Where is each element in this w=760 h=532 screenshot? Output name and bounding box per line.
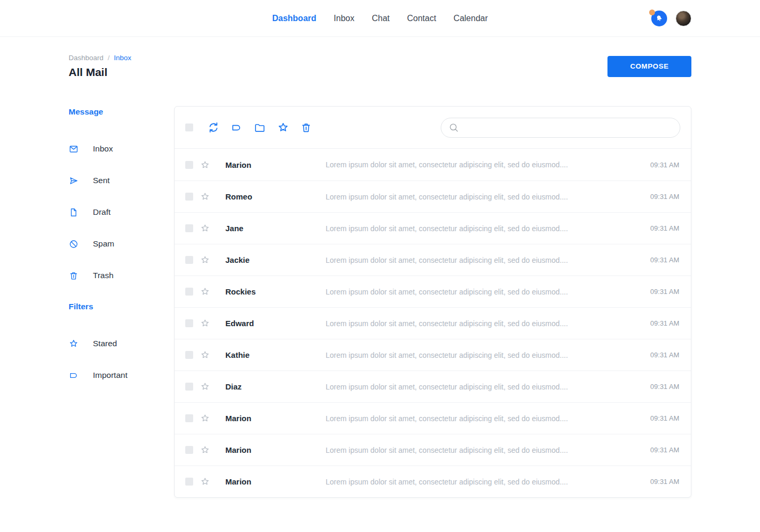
row-checkbox[interactable] xyxy=(185,224,193,232)
sender-name: Jane xyxy=(225,224,320,233)
row-checkbox[interactable] xyxy=(185,161,193,169)
breadcrumb-dashboard[interactable]: Dashboard xyxy=(69,54,103,62)
star-toggle[interactable] xyxy=(200,287,210,297)
row-checkbox[interactable] xyxy=(185,288,193,296)
envelope-icon xyxy=(69,144,79,154)
sidebar-item-label: Important xyxy=(93,370,127,380)
row-checkbox[interactable] xyxy=(185,414,193,422)
star-toggle[interactable] xyxy=(200,477,210,487)
sender-name: Rockies xyxy=(225,287,320,296)
nav-chat[interactable]: Chat xyxy=(372,0,390,37)
sender-name: Diaz xyxy=(225,382,320,391)
star-toggle[interactable] xyxy=(200,160,210,170)
sidebar-item-sent[interactable]: Sent xyxy=(69,165,174,196)
mail-row[interactable]: Diaz Lorem ipsum dolor sit amet, consect… xyxy=(175,370,691,402)
row-checkbox[interactable] xyxy=(185,383,193,391)
row-checkbox[interactable] xyxy=(185,351,193,359)
breadcrumb-separator: / xyxy=(108,54,110,62)
notifications-button[interactable] xyxy=(651,11,667,26)
mail-row[interactable]: Marion Lorem ipsum dolor sit amet, conse… xyxy=(175,434,691,466)
sidebar-item-trash[interactable]: Trash xyxy=(69,260,174,291)
notification-badge-dot xyxy=(649,10,655,15)
row-checkbox[interactable] xyxy=(185,446,193,454)
sidebar-item-inbox[interactable]: Inbox xyxy=(69,133,174,165)
refresh-button[interactable] xyxy=(207,121,220,134)
mail-row[interactable]: Romeo Lorem ipsum dolor sit amet, consec… xyxy=(175,180,691,212)
star-toggle[interactable] xyxy=(200,223,210,233)
star-outline-icon xyxy=(200,477,210,487)
label-tag-icon xyxy=(69,370,79,381)
sidebar-item-draft[interactable]: Draft xyxy=(69,196,174,228)
star-button[interactable] xyxy=(277,121,289,134)
star-outline-icon xyxy=(200,160,210,170)
sender-name: Marion xyxy=(225,477,320,486)
row-checkbox[interactable] xyxy=(185,256,193,264)
message-preview: Lorem ipsum dolor sit amet, consectetur … xyxy=(320,288,632,296)
breadcrumb-inbox[interactable]: Inbox xyxy=(114,54,131,62)
sidebar-section-message: Message xyxy=(69,107,174,118)
star-icon xyxy=(69,338,79,349)
star-toggle[interactable] xyxy=(200,318,210,328)
search-input[interactable] xyxy=(464,124,672,132)
search-box xyxy=(441,118,680,138)
select-all-checkbox[interactable] xyxy=(185,124,193,131)
sidebar-item-label: Spam xyxy=(93,239,115,249)
sidebar-item-stared[interactable]: Stared xyxy=(69,328,174,359)
star-toggle[interactable] xyxy=(200,445,210,455)
star-outline-icon xyxy=(200,255,210,265)
main-nav: Dashboard Inbox Chat Contact Calendar xyxy=(272,0,488,37)
sender-name: Kathie xyxy=(225,350,320,359)
sidebar-item-important[interactable]: Important xyxy=(69,359,174,391)
received-time: 09:31 AM xyxy=(632,319,679,327)
message-preview: Lorem ipsum dolor sit amet, consectetur … xyxy=(320,478,632,486)
star-toggle[interactable] xyxy=(200,413,210,423)
sidebar-item-spam[interactable]: Spam xyxy=(69,228,174,260)
top-header: Dashboard Inbox Chat Contact Calendar xyxy=(0,0,760,37)
row-checkbox[interactable] xyxy=(185,193,193,201)
received-time: 09:31 AM xyxy=(632,193,679,201)
row-checkbox[interactable] xyxy=(185,478,193,486)
star-toggle[interactable] xyxy=(200,255,210,265)
sidebar-item-label: Trash xyxy=(93,271,113,280)
star-toggle[interactable] xyxy=(200,382,210,392)
mail-row[interactable]: Marion Lorem ipsum dolor sit amet, conse… xyxy=(175,149,691,180)
star-toggle[interactable] xyxy=(200,192,210,202)
mail-row[interactable]: Edward Lorem ipsum dolor sit amet, conse… xyxy=(175,307,691,339)
star-toggle[interactable] xyxy=(200,350,210,360)
page-hero: Dashboard / Inbox All Mail COMPOSE xyxy=(69,54,691,79)
label-button[interactable] xyxy=(230,121,243,134)
nav-inbox[interactable]: Inbox xyxy=(334,0,354,37)
star-outline-icon xyxy=(200,287,210,297)
received-time: 09:31 AM xyxy=(632,224,679,232)
received-time: 09:31 AM xyxy=(632,288,679,296)
mail-row[interactable]: Marion Lorem ipsum dolor sit amet, conse… xyxy=(175,466,691,497)
sender-name: Romeo xyxy=(225,192,320,201)
mail-row[interactable]: Jackie Lorem ipsum dolor sit amet, conse… xyxy=(175,244,691,276)
mail-panel: Marion Lorem ipsum dolor sit amet, conse… xyxy=(174,106,691,498)
star-outline-icon xyxy=(200,382,210,392)
sidebar-item-label: Stared xyxy=(93,339,117,348)
compose-button[interactable]: COMPOSE xyxy=(607,56,691,77)
message-preview: Lorem ipsum dolor sit amet, consectetur … xyxy=(320,193,632,201)
mail-row[interactable]: Jane Lorem ipsum dolor sit amet, consect… xyxy=(175,212,691,244)
folder-button[interactable] xyxy=(253,121,266,134)
nav-dashboard[interactable]: Dashboard xyxy=(272,0,317,37)
user-avatar[interactable] xyxy=(676,11,691,26)
row-checkbox[interactable] xyxy=(185,319,193,327)
app-root: Dashboard Inbox Chat Contact Calendar Da… xyxy=(0,0,760,498)
mail-row[interactable]: Kathie Lorem ipsum dolor sit amet, conse… xyxy=(175,339,691,370)
page-content: Dashboard / Inbox All Mail COMPOSE Messa… xyxy=(0,54,760,498)
received-time: 09:31 AM xyxy=(632,478,679,486)
sender-name: Marion xyxy=(225,445,320,454)
sender-name: Jackie xyxy=(225,255,320,264)
page-title: All Mail xyxy=(69,66,131,79)
mail-row[interactable]: Rockies Lorem ipsum dolor sit amet, cons… xyxy=(175,276,691,307)
nav-calendar[interactable]: Calendar xyxy=(453,0,488,37)
breadcrumb: Dashboard / Inbox xyxy=(69,54,131,62)
delete-button[interactable] xyxy=(300,121,312,134)
mail-list: Marion Lorem ipsum dolor sit amet, conse… xyxy=(175,149,691,497)
mail-row[interactable]: Marion Lorem ipsum dolor sit amet, conse… xyxy=(175,402,691,434)
star-outline-icon xyxy=(200,350,210,360)
star-outline-icon xyxy=(200,413,210,423)
nav-contact[interactable]: Contact xyxy=(407,0,436,37)
